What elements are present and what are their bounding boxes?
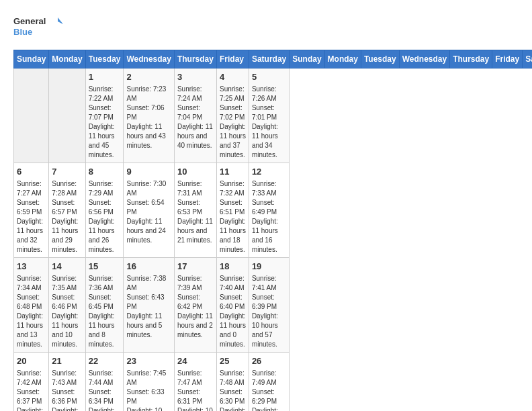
day-number: 17: [177, 261, 214, 273]
day-info: Sunrise: 7:25 AM Sunset: 7:02 PM Dayligh…: [220, 85, 246, 160]
weekday-header: Wednesday: [124, 50, 174, 68]
calendar-cell: 14Sunrise: 7:35 AM Sunset: 6:46 PM Dayli…: [49, 257, 85, 352]
day-info: Sunrise: 7:44 AM Sunset: 6:34 PM Dayligh…: [89, 369, 121, 411]
day-number: 10: [177, 166, 214, 178]
day-info: Sunrise: 7:42 AM Sunset: 6:37 PM Dayligh…: [17, 369, 46, 411]
day-number: 24: [177, 355, 214, 367]
day-number: 12: [252, 166, 286, 178]
day-info: Sunrise: 7:40 AM Sunset: 6:40 PM Dayligh…: [220, 274, 246, 349]
day-info: Sunrise: 7:49 AM Sunset: 6:29 PM Dayligh…: [252, 369, 286, 411]
day-info: Sunrise: 7:22 AM Sunset: 7:07 PM Dayligh…: [89, 85, 121, 160]
calendar-cell: 13Sunrise: 7:34 AM Sunset: 6:48 PM Dayli…: [14, 257, 49, 352]
day-number: 18: [220, 261, 246, 273]
day-number: 15: [89, 261, 121, 273]
logo-wordmark: General Blue: [13, 13, 67, 43]
day-number: 23: [126, 355, 171, 367]
calendar-cell: 3Sunrise: 7:24 AM Sunset: 7:04 PM Daylig…: [174, 68, 216, 163]
calendar-cell: 2Sunrise: 7:23 AM Sunset: 7:06 PM Daylig…: [124, 68, 174, 163]
day-number: 1: [89, 71, 121, 83]
weekday-header: Thursday: [174, 50, 216, 68]
svg-marker-2: [58, 17, 63, 24]
day-number: 14: [52, 261, 82, 273]
weekday-header: Wednesday: [399, 50, 449, 68]
calendar-cell: 23Sunrise: 7:45 AM Sunset: 6:33 PM Dayli…: [124, 353, 174, 411]
calendar-cell: 4Sunrise: 7:25 AM Sunset: 7:02 PM Daylig…: [216, 68, 249, 163]
calendar-cell: 10Sunrise: 7:31 AM Sunset: 6:53 PM Dayli…: [174, 163, 216, 257]
day-number: 5: [252, 71, 286, 83]
calendar-week-row: 13Sunrise: 7:34 AM Sunset: 6:48 PM Dayli…: [14, 257, 533, 352]
calendar-cell: 8Sunrise: 7:29 AM Sunset: 6:56 PM Daylig…: [85, 163, 124, 257]
day-number: 16: [126, 261, 171, 273]
day-number: 22: [89, 355, 121, 367]
day-info: Sunrise: 7:39 AM Sunset: 6:42 PM Dayligh…: [177, 274, 214, 340]
weekday-header: Saturday: [249, 50, 289, 68]
calendar-cell: [49, 68, 85, 163]
day-number: 13: [17, 261, 46, 273]
calendar-cell: 9Sunrise: 7:30 AM Sunset: 6:54 PM Daylig…: [124, 163, 174, 257]
svg-text:General: General: [13, 16, 46, 26]
weekday-header: Tuesday: [85, 50, 124, 68]
calendar-cell: 19Sunrise: 7:41 AM Sunset: 6:39 PM Dayli…: [249, 257, 289, 352]
day-number: 8: [89, 166, 121, 178]
day-info: Sunrise: 7:29 AM Sunset: 6:56 PM Dayligh…: [89, 179, 121, 255]
weekday-header: Sunday: [290, 50, 324, 68]
calendar-cell: 21Sunrise: 7:43 AM Sunset: 6:36 PM Dayli…: [49, 353, 85, 411]
calendar-week-row: 1Sunrise: 7:22 AM Sunset: 7:07 PM Daylig…: [14, 68, 533, 163]
calendar-cell: 24Sunrise: 7:47 AM Sunset: 6:31 PM Dayli…: [174, 353, 216, 411]
day-number: 21: [52, 355, 82, 367]
page-header: General Blue: [13, 13, 519, 43]
calendar-cell: 25Sunrise: 7:48 AM Sunset: 6:30 PM Dayli…: [216, 353, 249, 411]
calendar-cell: 20Sunrise: 7:42 AM Sunset: 6:37 PM Dayli…: [14, 353, 49, 411]
weekday-header: Monday: [324, 50, 361, 68]
day-info: Sunrise: 7:43 AM Sunset: 6:36 PM Dayligh…: [52, 369, 82, 411]
day-info: Sunrise: 7:47 AM Sunset: 6:31 PM Dayligh…: [177, 369, 214, 411]
day-number: 26: [252, 355, 286, 367]
calendar-cell: 7Sunrise: 7:28 AM Sunset: 6:57 PM Daylig…: [49, 163, 85, 257]
day-number: 4: [220, 71, 246, 83]
weekday-header: Monday: [49, 50, 85, 68]
weekday-header: Tuesday: [361, 50, 399, 68]
day-info: Sunrise: 7:30 AM Sunset: 6:54 PM Dayligh…: [126, 179, 171, 245]
weekday-header: Sunday: [14, 50, 49, 68]
day-info: Sunrise: 7:35 AM Sunset: 6:46 PM Dayligh…: [52, 274, 82, 349]
day-info: Sunrise: 7:41 AM Sunset: 6:39 PM Dayligh…: [252, 274, 286, 349]
calendar-cell: 5Sunrise: 7:26 AM Sunset: 7:01 PM Daylig…: [249, 68, 289, 163]
calendar-week-row: 6Sunrise: 7:27 AM Sunset: 6:59 PM Daylig…: [14, 163, 533, 257]
calendar-header-row: SundayMondayTuesdayWednesdayThursdayFrid…: [14, 50, 533, 68]
calendar-cell: 22Sunrise: 7:44 AM Sunset: 6:34 PM Dayli…: [85, 353, 124, 411]
calendar-cell: 17Sunrise: 7:39 AM Sunset: 6:42 PM Dayli…: [174, 257, 216, 352]
day-number: 7: [52, 166, 82, 178]
calendar-cell: 11Sunrise: 7:32 AM Sunset: 6:51 PM Dayli…: [216, 163, 249, 257]
day-number: 6: [17, 166, 46, 178]
calendar-cell: 1Sunrise: 7:22 AM Sunset: 7:07 PM Daylig…: [85, 68, 124, 163]
day-number: 11: [220, 166, 246, 178]
day-number: 20: [17, 355, 46, 367]
calendar-cell: 15Sunrise: 7:36 AM Sunset: 6:45 PM Dayli…: [85, 257, 124, 352]
weekday-header: Friday: [216, 50, 249, 68]
weekday-header: Thursday: [450, 50, 492, 68]
day-number: 19: [252, 261, 286, 273]
weekday-header: Saturday: [523, 50, 532, 68]
weekday-header: Friday: [492, 50, 523, 68]
calendar-cell: 26Sunrise: 7:49 AM Sunset: 6:29 PM Dayli…: [249, 353, 289, 411]
calendar-cell: 18Sunrise: 7:40 AM Sunset: 6:40 PM Dayli…: [216, 257, 249, 352]
svg-text:Blue: Blue: [13, 27, 32, 37]
day-number: 3: [177, 71, 214, 83]
day-number: 2: [126, 71, 171, 83]
day-info: Sunrise: 7:26 AM Sunset: 7:01 PM Dayligh…: [252, 85, 286, 160]
day-info: Sunrise: 7:33 AM Sunset: 6:49 PM Dayligh…: [252, 179, 286, 255]
logo: General Blue: [13, 13, 67, 43]
day-info: Sunrise: 7:23 AM Sunset: 7:06 PM Dayligh…: [126, 85, 171, 150]
calendar-cell: 6Sunrise: 7:27 AM Sunset: 6:59 PM Daylig…: [14, 163, 49, 257]
day-info: Sunrise: 7:34 AM Sunset: 6:48 PM Dayligh…: [17, 274, 46, 349]
day-info: Sunrise: 7:38 AM Sunset: 6:43 PM Dayligh…: [126, 274, 171, 340]
calendar-cell: 12Sunrise: 7:33 AM Sunset: 6:49 PM Dayli…: [249, 163, 289, 257]
day-number: 25: [220, 355, 246, 367]
day-info: Sunrise: 7:31 AM Sunset: 6:53 PM Dayligh…: [177, 179, 214, 245]
calendar-cell: 16Sunrise: 7:38 AM Sunset: 6:43 PM Dayli…: [124, 257, 174, 352]
day-info: Sunrise: 7:27 AM Sunset: 6:59 PM Dayligh…: [17, 179, 46, 255]
day-info: Sunrise: 7:48 AM Sunset: 6:30 PM Dayligh…: [220, 369, 246, 411]
day-info: Sunrise: 7:24 AM Sunset: 7:04 PM Dayligh…: [177, 85, 214, 150]
day-info: Sunrise: 7:28 AM Sunset: 6:57 PM Dayligh…: [52, 179, 82, 255]
calendar-table: SundayMondayTuesdayWednesdayThursdayFrid…: [13, 50, 532, 411]
